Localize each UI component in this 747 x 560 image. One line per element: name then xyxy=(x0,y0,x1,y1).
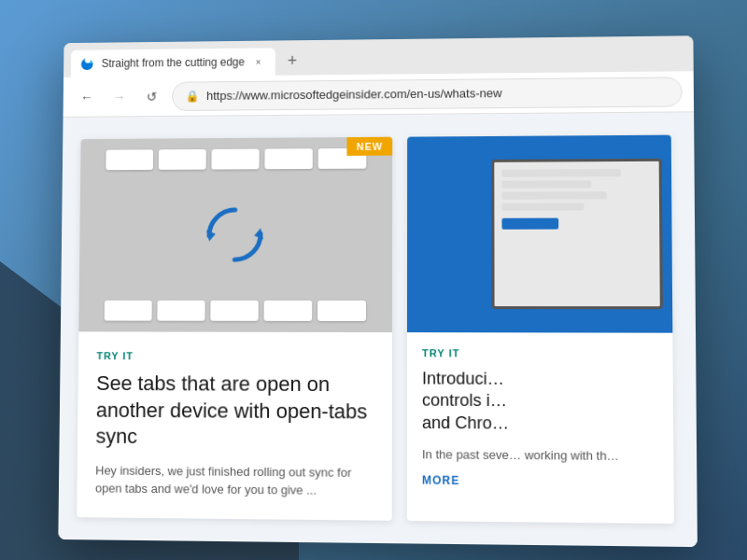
forward-button[interactable]: → xyxy=(106,84,132,110)
fake-tab xyxy=(157,301,204,321)
article-excerpt: Hey insiders, we just finished rolling o… xyxy=(95,461,374,500)
fake-tab xyxy=(211,149,259,170)
screen-line xyxy=(501,169,621,177)
sync-icon-container xyxy=(90,169,381,301)
screen-content xyxy=(494,161,659,237)
card-body-2: TRY IT Introduci…controls i…and Chro… In… xyxy=(407,332,674,500)
fake-tabs-top-row xyxy=(92,148,381,171)
article-title-2: Introduci…controls i…and Chro… xyxy=(422,368,658,435)
browser-window: Straight from the cutting edge × + ← → ↺… xyxy=(58,35,698,547)
fake-tab xyxy=(106,149,153,170)
fake-tab xyxy=(105,301,152,321)
more-link[interactable]: MORE xyxy=(422,473,658,489)
article-excerpt-2: In the past seve… working with th… xyxy=(422,445,658,466)
screen-line xyxy=(501,180,591,188)
active-tab[interactable]: Straight from the cutting edge × xyxy=(71,48,276,77)
tab-title: Straight from the cutting edge xyxy=(102,56,245,70)
article-card-1: NEW xyxy=(77,137,392,521)
card-image-1: NEW xyxy=(78,137,392,332)
fake-tab xyxy=(264,301,313,321)
card-body-1: TRY IT See tabs that are open on another… xyxy=(77,331,392,515)
back-button[interactable]: ← xyxy=(74,84,99,110)
address-bar[interactable]: 🔒 https://www.microsoftedgeinsider.com/e… xyxy=(172,77,683,111)
edge-logo-icon xyxy=(79,56,94,71)
page-content: NEW xyxy=(58,112,698,547)
fake-tab xyxy=(159,149,206,170)
fake-tab xyxy=(317,301,366,321)
article-title: See tabs that are open on another device… xyxy=(95,371,373,453)
sync-arrows-icon xyxy=(203,203,267,267)
screen-button xyxy=(501,218,558,230)
url-text: https://www.microsoftedgeinsider.com/en-… xyxy=(206,85,668,103)
new-badge: NEW xyxy=(347,137,392,156)
screen-line xyxy=(501,191,606,200)
try-it-label-2: TRY IT xyxy=(422,347,657,359)
try-it-label: TRY IT xyxy=(96,350,373,362)
tab-close-button[interactable]: × xyxy=(252,55,265,68)
fake-tabs-bottom-row xyxy=(90,301,381,321)
laptop-mockup xyxy=(491,159,663,310)
card-image-2 xyxy=(407,135,672,333)
screen-line xyxy=(501,203,584,210)
fake-tab xyxy=(264,148,312,169)
article-card-2: TRY IT Introduci…controls i…and Chro… In… xyxy=(407,135,674,524)
refresh-button[interactable]: ↺ xyxy=(139,83,164,109)
navigation-bar: ← → ↺ 🔒 https://www.microsoftedgeinsider… xyxy=(63,71,695,118)
lock-icon: 🔒 xyxy=(186,90,200,103)
fake-tab xyxy=(210,301,258,321)
new-tab-button[interactable]: + xyxy=(279,48,305,74)
